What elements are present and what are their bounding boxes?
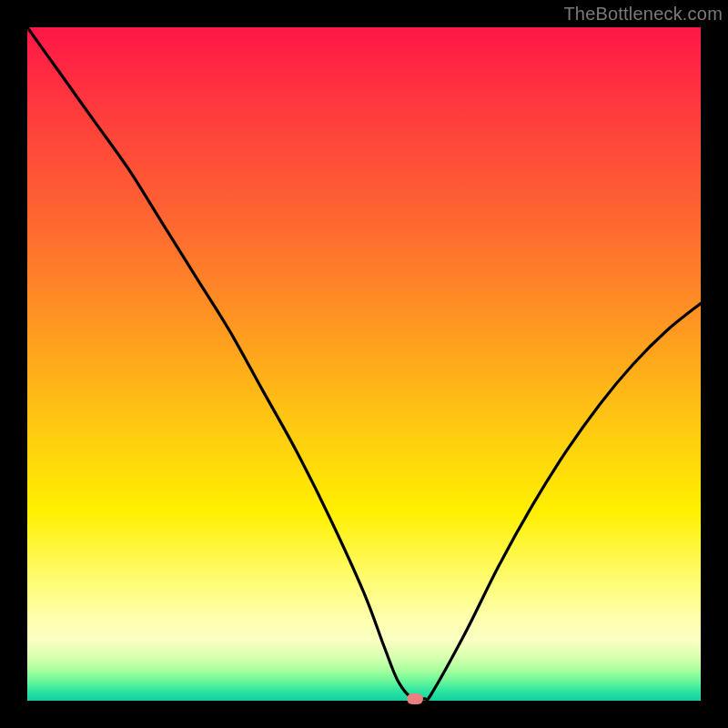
plot-area	[27, 27, 701, 701]
minimum-marker	[407, 693, 423, 704]
bottleneck-curve	[27, 27, 701, 700]
curve-svg	[27, 27, 701, 701]
attribution-text: TheBottleneck.com	[563, 4, 723, 25]
chart-frame: TheBottleneck.com	[0, 0, 728, 728]
